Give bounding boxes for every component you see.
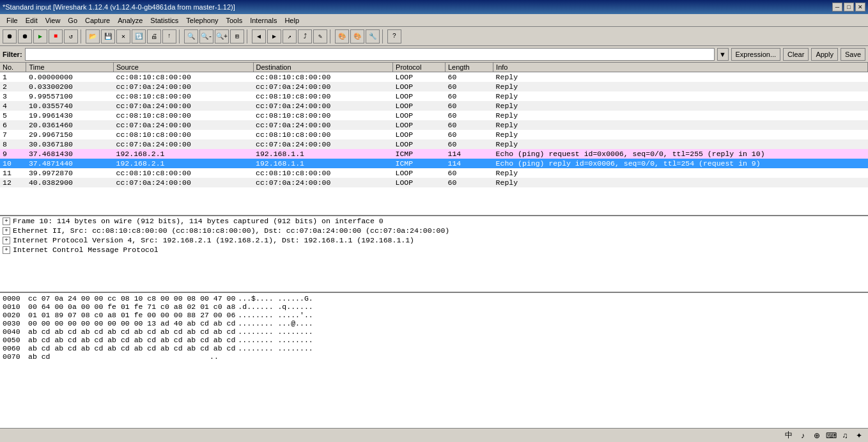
sep-4 bbox=[330, 29, 332, 43]
filter-dropdown-button[interactable]: ▼ bbox=[717, 48, 729, 61]
maximize-button[interactable]: □ bbox=[844, 3, 854, 12]
toolbar-btn-forward[interactable]: ▶ bbox=[267, 29, 281, 43]
table-row[interactable]: 1139.9972870cc:08:10:c8:00:00cc:08:10:c8… bbox=[0, 168, 868, 178]
expand-icon[interactable]: + bbox=[3, 217, 10, 225]
toolbar-btn-reload[interactable]: 🔃 bbox=[132, 29, 146, 43]
table-row[interactable]: 620.0361460cc:07:0a:24:00:00cc:07:0a:24:… bbox=[0, 120, 868, 130]
status-icon-music: ♫ bbox=[839, 430, 851, 441]
menu-item-go[interactable]: Go bbox=[64, 15, 81, 26]
hex-bytes: 01 01 89 07 08 c0 a8 01 fe 00 00 00 88 2… bbox=[28, 311, 235, 319]
hex-offset: 0020 bbox=[3, 311, 26, 319]
menu-item-help[interactable]: Help bbox=[281, 15, 303, 26]
minimize-button[interactable]: ─ bbox=[832, 3, 842, 12]
detail-row[interactable]: +Frame 10: 114 bytes on wire (912 bits),… bbox=[0, 216, 868, 226]
toolbar-btn-open[interactable]: 📂 bbox=[86, 29, 100, 43]
menu-item-statistics[interactable]: Statistics bbox=[146, 15, 182, 26]
main-area: No. Time Source Destination Protocol Len… bbox=[0, 63, 868, 428]
close-button[interactable]: ✕ bbox=[855, 3, 865, 12]
menu-item-tools[interactable]: Tools bbox=[222, 15, 247, 26]
toolbar-btn-colorize2[interactable]: 🎨 bbox=[350, 29, 364, 43]
menu-item-file[interactable]: File bbox=[3, 15, 22, 26]
toolbar-btn-goto[interactable]: ⤴ bbox=[298, 29, 312, 43]
toolbar-btn-find[interactable]: 🔍 bbox=[184, 29, 198, 43]
hex-ascii: ........ ........ bbox=[238, 336, 313, 344]
toolbar-btn-2[interactable]: ⏺ bbox=[18, 29, 32, 43]
hex-offset: 0040 bbox=[3, 328, 26, 336]
hex-offset: 0000 bbox=[3, 294, 26, 303]
toolbar-btn-export[interactable]: ↑ bbox=[162, 29, 176, 43]
toolbar-btn-save[interactable]: 💾 bbox=[101, 29, 115, 43]
table-row[interactable]: 20.03300200cc:07:0a:24:00:00cc:07:0a:24:… bbox=[0, 82, 868, 91]
toolbar-btn-zoom-out[interactable]: 🔍- bbox=[199, 29, 213, 43]
hex-ascii: ...$.... ......G. bbox=[238, 294, 313, 303]
menu-item-analyze[interactable]: Analyze bbox=[114, 15, 146, 26]
sep-3 bbox=[247, 29, 249, 43]
hex-row: 0040ab cd ab cd ab cd ab cd ab cd ab cd … bbox=[3, 328, 865, 336]
toolbar-btn-zoom-fit[interactable]: ⊞ bbox=[230, 29, 244, 43]
toolbar-btn-print[interactable]: 🖨 bbox=[147, 29, 161, 43]
expand-icon[interactable]: + bbox=[3, 237, 10, 244]
col-time: Time bbox=[26, 63, 114, 72]
hex-bytes: 00 64 00 0a 00 00 fe 01 fe 71 c0 a8 02 0… bbox=[28, 303, 235, 311]
toolbar-btn-back[interactable]: ◀ bbox=[252, 29, 266, 43]
toolbar-btn-jump[interactable]: ↗ bbox=[283, 29, 297, 43]
col-proto: Protocol bbox=[393, 63, 446, 72]
table-row[interactable]: 39.99557100cc:08:10:c8:00:00cc:08:10:c8:… bbox=[0, 91, 868, 101]
hex-bytes: ab cd ab cd ab cd ab cd ab cd ab cd ab c… bbox=[28, 344, 235, 352]
hex-ascii: ........ ........ bbox=[238, 344, 313, 352]
menu-item-view[interactable]: View bbox=[42, 15, 65, 26]
hex-offset: 0060 bbox=[3, 344, 26, 352]
toolbar-btn-stop[interactable]: ■ bbox=[49, 29, 63, 43]
title-bar: *Standard input [Wireshark 1.12.4 (v1.12… bbox=[0, 0, 868, 14]
packet-list-header: No. Time Source Destination Protocol Len… bbox=[0, 63, 868, 72]
detail-text: Frame 10: 114 bytes on wire (912 bits), … bbox=[13, 217, 384, 225]
table-row[interactable]: 937.4681430192.168.2.1192.168.1.1ICMP114… bbox=[0, 149, 868, 159]
hex-bytes: ab cd bbox=[28, 352, 207, 361]
apply-button[interactable]: Apply bbox=[811, 48, 838, 61]
detail-text: Internet Control Message Protocol bbox=[13, 246, 159, 254]
status-icons: 中 ♪ ⊕ ⌨ ♫ ✦ bbox=[782, 430, 865, 441]
toolbar-btn-help[interactable]: ? bbox=[387, 29, 401, 43]
filter-input[interactable] bbox=[25, 48, 715, 61]
status-icon-note: ♪ bbox=[796, 430, 809, 441]
table-row[interactable]: 729.9967150cc:08:10:c8:00:00cc:08:10:c8:… bbox=[0, 130, 868, 139]
toolbar-btn-zoom-in[interactable]: 🔍+ bbox=[215, 29, 229, 43]
hex-bytes: ab cd ab cd ab cd ab cd ab cd ab cd ab c… bbox=[28, 336, 235, 344]
hex-row: 001000 64 00 0a 00 00 fe 01 fe 71 c0 a8 … bbox=[3, 303, 865, 311]
table-row[interactable]: 410.0355740cc:07:0a:24:00:00cc:07:0a:24:… bbox=[0, 101, 868, 111]
toolbar-btn-prefs[interactable]: 🔧 bbox=[366, 29, 380, 43]
menu-item-internals[interactable]: Internals bbox=[246, 15, 281, 26]
expression-button[interactable]: Expression... bbox=[731, 48, 781, 61]
detail-row[interactable]: +Internet Protocol Version 4, Src: 192.1… bbox=[0, 235, 868, 245]
toolbar-btn-close[interactable]: ✕ bbox=[116, 29, 130, 43]
col-src: Source bbox=[114, 63, 254, 72]
hex-ascii: .d...... .q...... bbox=[238, 303, 313, 311]
table-row[interactable]: 830.0367180cc:07:0a:24:00:00cc:07:0a:24:… bbox=[0, 139, 868, 149]
packet-list-container: No. Time Source Destination Protocol Len… bbox=[0, 63, 868, 216]
detail-row[interactable]: +Ethernet II, Src: cc:08:10:c8:00:00 (cc… bbox=[0, 226, 868, 235]
hex-row: 002001 01 89 07 08 c0 a8 01 fe 00 00 00 … bbox=[3, 311, 865, 319]
menu-item-edit[interactable]: Edit bbox=[22, 15, 42, 26]
expand-icon[interactable]: + bbox=[3, 227, 10, 235]
save-button[interactable]: Save bbox=[841, 48, 865, 61]
menu-item-capture[interactable]: Capture bbox=[81, 15, 114, 26]
packet-details: +Frame 10: 114 bytes on wire (912 bits),… bbox=[0, 216, 868, 293]
toolbar-btn-colorize[interactable]: 🎨 bbox=[335, 29, 349, 43]
detail-row[interactable]: +Internet Control Message Protocol bbox=[0, 245, 868, 255]
hex-row: 003000 00 00 00 00 00 00 00 00 13 ad 40 … bbox=[3, 319, 865, 328]
menu-item-telephony[interactable]: Telephony bbox=[182, 15, 222, 26]
sep-5 bbox=[382, 29, 385, 43]
toolbar-btn-triangle[interactable]: ▶ bbox=[33, 29, 47, 43]
col-len: Length bbox=[446, 63, 493, 72]
toolbar-btn-restart[interactable]: ↺ bbox=[64, 29, 78, 43]
hex-row: 0060ab cd ab cd ab cd ab cd ab cd ab cd … bbox=[3, 344, 865, 352]
table-row[interactable]: 519.9961430cc:08:10:c8:00:00cc:08:10:c8:… bbox=[0, 111, 868, 120]
toolbar-btn-mark[interactable]: ✎ bbox=[313, 29, 327, 43]
table-row[interactable]: 1037.4871440192.168.2.1192.168.1.1ICMP11… bbox=[0, 159, 868, 168]
clear-button[interactable]: Clear bbox=[783, 48, 809, 61]
table-row[interactable]: 10.00000000cc:08:10:c8:00:00cc:08:10:c8:… bbox=[0, 72, 868, 83]
expand-icon[interactable]: + bbox=[3, 246, 10, 254]
toolbar-btn-1[interactable]: ⏺ bbox=[3, 29, 17, 43]
status-bar: 中 ♪ ⊕ ⌨ ♫ ✦ bbox=[0, 428, 868, 442]
table-row[interactable]: 1240.0382900cc:07:0a:24:00:00cc:07:0a:24… bbox=[0, 178, 868, 187]
